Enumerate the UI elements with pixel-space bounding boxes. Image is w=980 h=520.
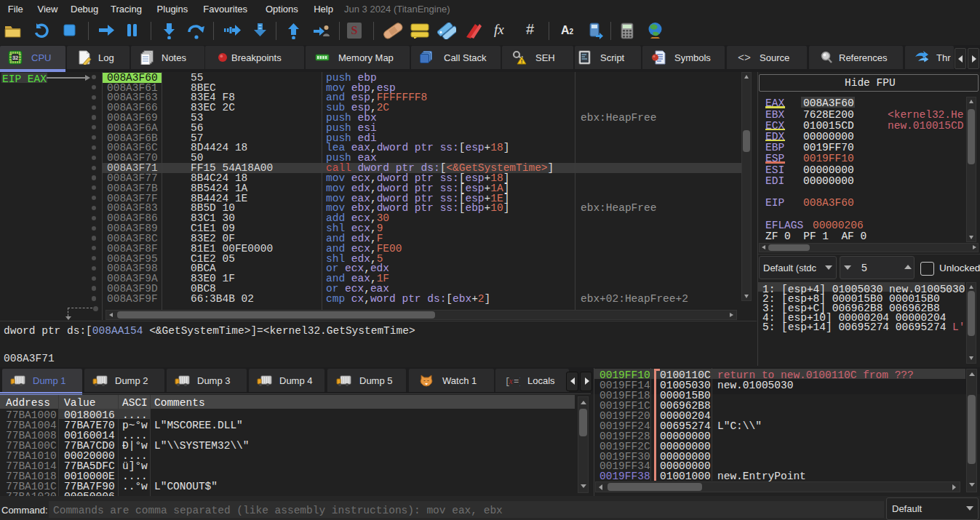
svg-text:=]: =] (514, 377, 520, 387)
svg-text:!: ! (521, 58, 523, 65)
svg-text:x: x (509, 377, 514, 385)
svg-text:32: 32 (12, 55, 19, 61)
svg-text:<>: <> (738, 52, 751, 65)
